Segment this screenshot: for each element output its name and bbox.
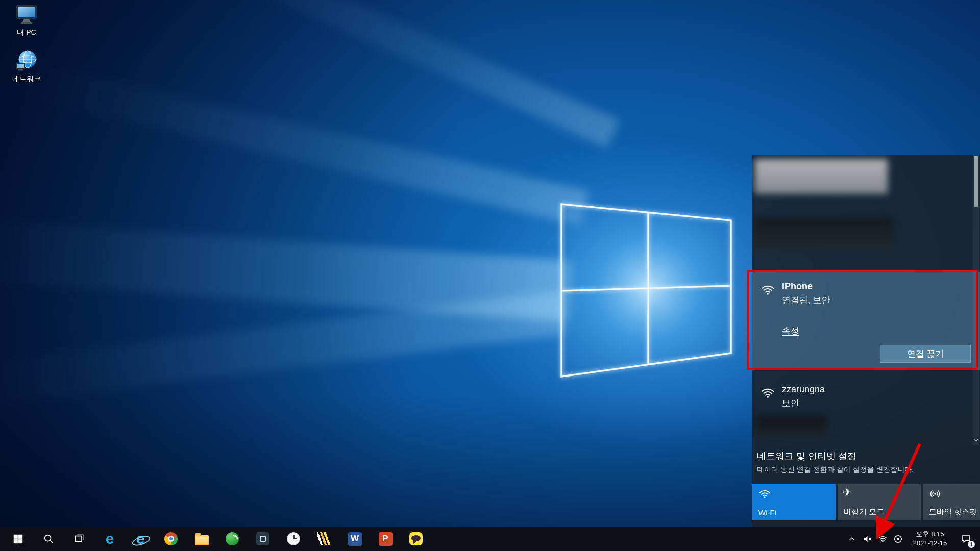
- flyout-scrollbar[interactable]: [973, 155, 979, 445]
- start-button[interactable]: [6, 527, 30, 551]
- taskbar-app-stripes[interactable]: [312, 527, 336, 551]
- file-explorer-icon: [195, 535, 209, 545]
- network-status: 연결됨, 보안: [782, 294, 830, 306]
- network-settings-description: 데이터 통신 연결 전환과 같이 설정을 변경합니다.: [757, 465, 914, 474]
- powerpoint-icon: P: [379, 532, 393, 546]
- network-status: 보안: [782, 397, 825, 409]
- network-settings-link[interactable]: 네트워크 및 인터넷 설정: [757, 450, 856, 462]
- stripes-app-icon: [317, 532, 331, 545]
- quick-actions-row: Wi-Fi ✈ 비행기 모드 모바일 핫스팟: [752, 484, 980, 520]
- chevron-down-icon: [973, 437, 979, 443]
- dark-app-icon: [256, 532, 270, 545]
- edge-icon: e: [106, 531, 114, 546]
- circle-x-icon: [893, 534, 903, 544]
- quick-action-label: Wi-Fi: [758, 508, 776, 517]
- wifi-signal-icon: [761, 283, 775, 297]
- green-app-icon: [226, 532, 239, 545]
- airplane-icon: ✈: [843, 486, 852, 498]
- chevron-up-icon: [848, 535, 856, 543]
- taskbar-left: e e W: [0, 527, 428, 551]
- wifi-icon: [878, 534, 888, 544]
- taskbar-app-file-explorer[interactable]: [189, 527, 214, 551]
- network-name: iPhone: [782, 281, 830, 292]
- system-tray: 오후 8:15 2021-12-15 1: [844, 527, 980, 551]
- chrome-icon: [164, 532, 178, 545]
- network-name: zzarungna: [782, 384, 825, 395]
- desktop-icon-area: 내 PC 네트워크: [3, 4, 50, 96]
- desktop-icon-network[interactable]: 네트워크: [3, 49, 50, 83]
- tray-wifi[interactable]: [875, 527, 890, 551]
- tray-volume[interactable]: [860, 527, 875, 551]
- quick-action-mobile-hotspot[interactable]: 모바일 핫스팟: [923, 484, 980, 520]
- desktop-screen: 내 PC 네트워크: [0, 0, 980, 551]
- taskbar-app-clock[interactable]: [281, 527, 306, 551]
- taskbar-app-internet-explorer[interactable]: e: [128, 527, 153, 551]
- scrollbar-down-arrow[interactable]: [973, 436, 979, 445]
- notification-badge: 1: [968, 541, 975, 548]
- redacted-network-block: [755, 415, 827, 436]
- taskbar-app-word[interactable]: W: [342, 527, 367, 551]
- task-view-button[interactable]: [67, 527, 91, 551]
- task-view-icon: [74, 533, 85, 544]
- taskbar-app-kakaotalk[interactable]: [404, 527, 428, 551]
- taskbar-app-dark[interactable]: [251, 527, 275, 551]
- clock-date: 2021-12-15: [913, 539, 947, 548]
- redacted-network-block: [755, 217, 894, 250]
- word-icon: W: [348, 532, 362, 546]
- quick-action-label: 비행기 모드: [844, 507, 884, 517]
- clock-time: 오후 8:15: [916, 530, 944, 539]
- kakaotalk-icon: [409, 532, 423, 545]
- taskbar: e e W: [0, 527, 980, 551]
- quick-action-wifi[interactable]: Wi-Fi: [752, 484, 836, 520]
- redacted-network-block: [755, 159, 888, 194]
- tray-circle-x[interactable]: [890, 527, 905, 551]
- windows-logo-wallpaper: [516, 184, 750, 398]
- wifi-flyout-panel: iPhone 연결됨, 보안 속성 연결 끊기 zzarungna 보안 네트워…: [752, 155, 980, 527]
- search-icon: [43, 533, 54, 544]
- desktop-icon-label: 내 PC: [17, 28, 36, 36]
- tray-show-hidden-icons[interactable]: [844, 527, 860, 551]
- taskbar-app-edge[interactable]: e: [97, 527, 122, 551]
- disconnect-button[interactable]: 연결 끊기: [880, 345, 971, 363]
- clock-app-icon: [287, 532, 300, 545]
- search-button[interactable]: [36, 527, 61, 551]
- taskbar-app-chrome[interactable]: [159, 527, 183, 551]
- tray-clock[interactable]: 오후 8:15 2021-12-15: [905, 527, 954, 551]
- taskbar-app-powerpoint[interactable]: P: [373, 527, 398, 551]
- windows-start-icon: [12, 533, 23, 544]
- action-center-button[interactable]: 1: [954, 527, 977, 551]
- quick-action-label: 모바일 핫스팟: [929, 507, 977, 517]
- internet-explorer-icon: e: [133, 531, 148, 547]
- quick-action-airplane-mode[interactable]: ✈ 비행기 모드: [838, 484, 921, 520]
- taskbar-app-green[interactable]: [220, 527, 244, 551]
- volume-muted-icon: [863, 534, 872, 544]
- desktop-icon-label: 네트워크: [12, 74, 41, 83]
- desktop-icon-my-pc[interactable]: 내 PC: [3, 4, 50, 36]
- wifi-icon: [758, 488, 771, 500]
- hotspot-icon: [929, 488, 941, 500]
- network-item-iphone[interactable]: iPhone 연결됨, 보안 속성 연결 끊기: [752, 272, 980, 370]
- wifi-signal-icon: [761, 386, 775, 400]
- scrollbar-thumb[interactable]: [974, 156, 978, 207]
- my-pc-icon: [15, 4, 38, 26]
- network-properties-link[interactable]: 속성: [782, 325, 799, 337]
- network-icon: [15, 49, 38, 72]
